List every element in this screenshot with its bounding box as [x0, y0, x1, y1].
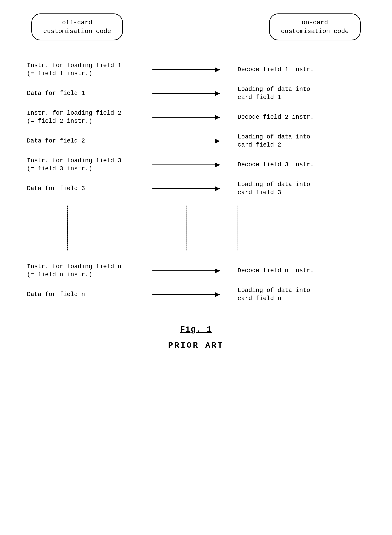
arrow-row2	[144, 93, 229, 94]
right-label-row6: Loading of data intocard field 3	[229, 180, 365, 197]
dashed-line-mid	[186, 205, 187, 250]
arrow-line-row3	[152, 117, 220, 118]
table-row: Data for field n Loading of data intocar…	[27, 283, 365, 306]
arrow-line-rown2	[152, 294, 220, 295]
prior-art-label: PRIOR ART	[18, 341, 374, 350]
arrow-row3	[144, 117, 229, 118]
table-row: Instr. for loading field 1(= field 1 ins…	[27, 58, 365, 81]
table-row: Data for field 2 Loading of data intocar…	[27, 130, 365, 152]
right-header-line2: customisation code	[281, 28, 349, 35]
dashed-col-mid	[144, 205, 229, 250]
arrow-line-row6	[152, 188, 220, 189]
left-label-row5: Instr. for loading field 3(= field 3 ins…	[27, 157, 144, 173]
arrow-row1	[144, 69, 229, 70]
diagram: Instr. for loading field 1(= field 1 ins…	[18, 58, 374, 307]
right-label-rown2: Loading of data intocard field n	[229, 286, 365, 303]
left-label-row4: Data for field 2	[27, 137, 144, 145]
left-label-rown1: Instr. for loading field n(= field n ins…	[27, 263, 144, 279]
arrow-rown1	[144, 270, 229, 271]
right-label-row4: Loading of data intocard field 2	[229, 133, 365, 149]
left-header-line1: off-card	[62, 19, 92, 26]
table-row: Data for field 1 Loading of data intocar…	[27, 82, 365, 105]
arrow-line-row5	[152, 164, 220, 165]
arrow-line-row4	[152, 141, 220, 141]
dashed-line-right	[238, 205, 238, 250]
left-label-rown2: Data for field n	[27, 290, 144, 298]
table-row: Instr. for loading field 2(= field 2 ins…	[27, 106, 365, 128]
left-header-box: off-card customisation code	[31, 14, 123, 40]
table-row: Instr. for loading field n(= field n ins…	[27, 259, 365, 282]
arrow-line-rown1	[152, 270, 220, 271]
left-label-row3: Instr. for loading field 2(= field 2 ins…	[27, 109, 144, 125]
figure-section: Fig. 1 PRIOR ART	[18, 325, 374, 350]
left-label-row2: Data for field 1	[27, 89, 144, 97]
header-row: off-card customisation code on-card cust…	[18, 14, 374, 40]
right-label-row5: Decode field 3 instr.	[229, 161, 365, 169]
dashed-section	[27, 205, 365, 255]
right-label-row2: Loading of data intocard field 1	[229, 85, 365, 102]
right-label-rown1: Decode field n instr.	[229, 267, 365, 275]
right-label-row1: Decode field 1 instr.	[229, 66, 365, 74]
left-label-row6: Data for field 3	[27, 184, 144, 192]
arrow-line-row1	[152, 69, 220, 70]
arrow-row5	[144, 164, 229, 165]
dashed-col-right	[229, 205, 365, 250]
table-row: Instr. for loading field 3(= field 3 ins…	[27, 153, 365, 176]
page: off-card customisation code on-card cust…	[0, 0, 392, 535]
figure-label: Fig. 1	[18, 325, 374, 334]
left-header-line2: customisation code	[43, 28, 111, 35]
table-row: Data for field 3 Loading of data intocar…	[27, 177, 365, 200]
arrow-line-row2	[152, 93, 220, 94]
arrow-rown2	[144, 294, 229, 295]
arrow-row6	[144, 188, 229, 189]
right-header-box: on-card customisation code	[269, 14, 361, 40]
right-header-line1: on-card	[302, 19, 328, 26]
arrow-row4	[144, 141, 229, 141]
dashed-line-left	[67, 205, 68, 250]
left-label-row1: Instr. for loading field 1(= field 1 ins…	[27, 62, 144, 78]
dashed-col-left	[27, 205, 144, 250]
right-label-row3: Decode field 2 instr.	[229, 113, 365, 121]
